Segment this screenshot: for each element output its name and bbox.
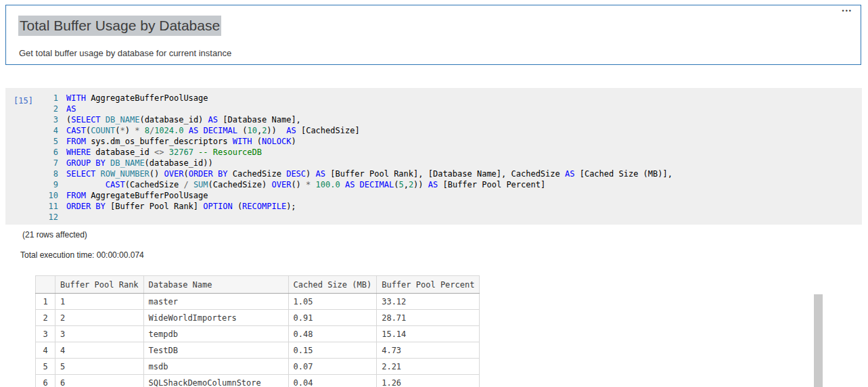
table-cell[interactable]: SQLShackDemoColumnStore [143,375,288,387]
code-text: ORDER BY [Buffer Pool Rank] OPTION (RECO… [66,201,296,212]
line-number: 4 [43,125,58,136]
table-cell[interactable]: master [143,294,288,310]
table-cell[interactable]: 28.71 [377,310,480,326]
row-number-cell[interactable]: 2 [36,310,55,326]
text-cell[interactable]: Total Buffer Usage by Database Get total… [5,5,861,65]
table-cell[interactable]: TestDB [143,342,288,359]
table-body: 11master1.0533.1222WideWorldImporters0.9… [36,294,480,387]
code-text: FROM AggregateBufferPoolUsage [66,190,208,201]
table-cell[interactable]: 4.73 [377,342,480,359]
code-text: WITH AggregateBufferPoolUsage [66,93,208,104]
table-cell[interactable]: 4 [55,342,144,359]
code-line[interactable]: 7GROUP BY DB_NAME(database_id)) [43,158,859,168]
ellipsis-icon: ••• [842,7,852,14]
code-line[interactable]: 9 CAST(CachedSize / SUM(CachedSize) OVER… [43,179,859,190]
page-title-selected-text: Total Buffer Usage by Database [18,16,221,36]
line-number: 8 [43,168,58,179]
line-number: 6 [43,147,58,158]
table-row[interactable]: 66SQLShackDemoColumnStore0.041.26 [36,375,480,387]
code-text: (SELECT DB_NAME(database_id) AS [Databas… [66,114,301,125]
table-cell[interactable]: 0.48 [288,326,377,342]
results-grid[interactable]: Buffer Pool RankDatabase NameCached Size… [35,275,480,387]
code-text: CAST(CachedSize / SUM(CachedSize) OVER()… [66,179,545,190]
code-line[interactable]: 10FROM AggregateBufferPoolUsage [43,190,859,201]
column-header[interactable]: Buffer Pool Rank [55,276,144,294]
line-number: 7 [43,158,58,168]
code-line[interactable]: 1WITH AggregateBufferPoolUsage [43,93,859,104]
table-cell[interactable]: msdb [143,359,288,375]
column-header[interactable]: Cached Size (MB) [288,276,377,294]
line-number: 12 [43,212,58,223]
table-cell[interactable]: 2.21 [377,359,480,375]
code-line[interactable]: 2AS [43,104,859,114]
row-number-cell[interactable]: 6 [36,375,55,387]
code-cell[interactable]: [15] 1WITH AggregateBufferPoolUsage2AS3(… [5,88,862,225]
code-line[interactable]: 6WHERE database_id <> 32767 -- ResourceD… [43,147,859,158]
code-text: SELECT ROW_NUMBER() OVER(ORDER BY Cached… [66,168,672,179]
table-row[interactable]: 55msdb0.072.21 [36,359,480,375]
code-line[interactable]: 12 [43,212,859,223]
more-actions-button[interactable]: ••• [840,5,855,16]
table-row[interactable]: 44TestDB0.154.73 [36,342,480,359]
table-cell[interactable]: WideWorldImporters [143,310,288,326]
code-line[interactable]: 5FROM sys.dm_os_buffer_descriptors WITH … [43,136,859,147]
results-table: Buffer Pool RankDatabase NameCached Size… [35,275,480,387]
vertical-scrollbar-thumb[interactable] [814,294,823,387]
table-row[interactable]: 11master1.0533.12 [36,294,480,310]
page-title: Total Buffer Usage by Database [18,18,221,34]
table-cell[interactable]: 1.05 [288,294,377,310]
table-row[interactable]: 33tempdb0.4815.14 [36,326,480,342]
line-number: 5 [43,136,58,147]
code-line[interactable]: 3(SELECT DB_NAME(database_id) AS [Databa… [43,114,859,125]
table-cell[interactable]: 33.12 [377,294,480,310]
row-number-cell[interactable]: 5 [36,359,55,375]
page-subtitle: Get total buffer usage by database for c… [19,48,231,58]
line-number: 11 [43,201,58,212]
notebook-page: Total Buffer Usage by Database Get total… [0,0,868,387]
code-line[interactable]: 11ORDER BY [Buffer Pool Rank] OPTION (RE… [43,201,859,212]
line-number: 10 [43,190,58,201]
column-header[interactable]: Database Name [143,276,288,294]
table-row[interactable]: 22WideWorldImporters0.9128.71 [36,310,480,326]
line-number: 3 [43,114,58,125]
execution-count: [15] [14,96,33,106]
table-cell[interactable]: 5 [55,359,144,375]
row-number-cell[interactable]: 3 [36,326,55,342]
table-cell[interactable]: tempdb [143,326,288,342]
table-cell[interactable]: 3 [55,326,144,342]
table-cell[interactable]: 0.04 [288,375,377,387]
code-text: CAST(COUNT(*) * 8/1024.0 AS DECIMAL (10,… [66,125,360,136]
table-cell[interactable]: 2 [55,310,144,326]
table-cell[interactable]: 0.07 [288,359,377,375]
line-number: 2 [43,104,58,114]
code-line[interactable]: 8SELECT ROW_NUMBER() OVER(ORDER BY Cache… [43,168,859,179]
column-header[interactable] [36,276,55,294]
rows-affected-message: (21 rows affected) [22,230,87,240]
table-cell[interactable]: 1 [55,294,144,310]
row-number-cell[interactable]: 4 [36,342,55,359]
code-text: FROM sys.dm_os_buffer_descriptors WITH (… [66,136,296,147]
code-line[interactable]: 4CAST(COUNT(*) * 8/1024.0 AS DECIMAL (10… [43,125,859,136]
table-cell[interactable]: 0.91 [288,310,377,326]
row-number-cell[interactable]: 1 [36,294,55,310]
line-number: 9 [43,179,58,190]
table-cell[interactable]: 0.15 [288,342,377,359]
code-text: GROUP BY DB_NAME(database_id)) [66,158,213,168]
table-cell[interactable]: 6 [55,375,144,387]
line-number: 1 [43,93,58,104]
header-row: Buffer Pool RankDatabase NameCached Size… [36,276,480,294]
table-cell[interactable]: 15.14 [377,326,480,342]
code-text: AS [66,104,76,114]
execution-time-message: Total execution time: 00:00:00.074 [20,250,144,260]
table-header: Buffer Pool RankDatabase NameCached Size… [36,276,480,294]
code-text: WHERE database_id <> 32767 -- ResourceDB [66,147,262,158]
code-editor[interactable]: 1WITH AggregateBufferPoolUsage2AS3(SELEC… [43,93,859,223]
column-header[interactable]: Buffer Pool Percent [377,276,480,294]
table-cell[interactable]: 1.26 [377,375,480,387]
